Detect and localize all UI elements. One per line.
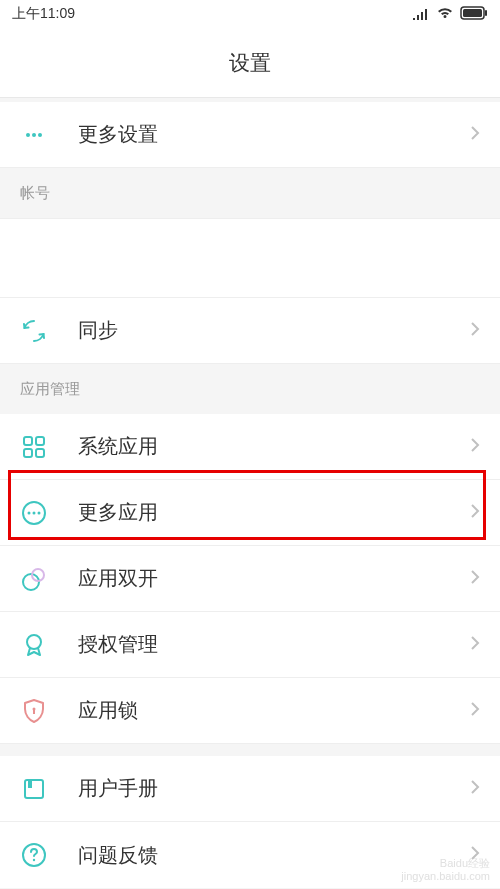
page-header: 设置 bbox=[0, 28, 500, 98]
dual-circle-icon bbox=[20, 565, 48, 593]
item-system-apps[interactable]: 系统应用 bbox=[0, 414, 500, 480]
svg-rect-9 bbox=[36, 449, 44, 457]
item-more-apps[interactable]: 更多应用 bbox=[0, 480, 500, 546]
chevron-right-icon bbox=[470, 437, 480, 457]
item-label: 授权管理 bbox=[78, 631, 470, 658]
item-app-lock[interactable]: 应用锁 bbox=[0, 678, 500, 744]
svg-rect-19 bbox=[28, 780, 32, 788]
svg-point-11 bbox=[28, 511, 31, 514]
svg-point-16 bbox=[27, 635, 41, 649]
chevron-right-icon bbox=[470, 779, 480, 799]
item-sync[interactable]: 同步 bbox=[0, 298, 500, 364]
svg-rect-18 bbox=[25, 780, 43, 798]
question-icon bbox=[20, 841, 48, 869]
chevron-right-icon bbox=[470, 635, 480, 655]
item-label: 系统应用 bbox=[78, 433, 470, 460]
book-icon bbox=[20, 775, 48, 803]
battery-icon bbox=[460, 6, 488, 23]
chevron-right-icon bbox=[470, 701, 480, 721]
status-bar: 上午11:09 bbox=[0, 0, 500, 28]
status-time: 上午11:09 bbox=[12, 5, 75, 23]
sync-icon bbox=[20, 317, 48, 345]
svg-point-13 bbox=[38, 511, 41, 514]
item-user-manual[interactable]: 用户手册 bbox=[0, 756, 500, 822]
svg-point-4 bbox=[32, 133, 36, 137]
svg-rect-1 bbox=[463, 9, 482, 17]
svg-rect-6 bbox=[24, 437, 32, 445]
chevron-right-icon bbox=[470, 125, 480, 145]
medal-icon bbox=[20, 631, 48, 659]
svg-point-21 bbox=[33, 859, 35, 861]
item-label: 用户手册 bbox=[78, 775, 470, 802]
page-title: 设置 bbox=[229, 49, 271, 77]
svg-point-3 bbox=[26, 133, 30, 137]
status-icons bbox=[412, 6, 488, 23]
chevron-right-icon bbox=[470, 321, 480, 341]
grid-icon bbox=[20, 433, 48, 461]
svg-rect-7 bbox=[36, 437, 44, 445]
item-dual-apps[interactable]: 应用双开 bbox=[0, 546, 500, 612]
shield-lock-icon bbox=[20, 697, 48, 725]
svg-point-14 bbox=[23, 574, 39, 590]
item-label: 同步 bbox=[78, 317, 470, 344]
chevron-right-icon bbox=[470, 569, 480, 589]
item-label: 应用双开 bbox=[78, 565, 470, 592]
wifi-icon bbox=[436, 6, 454, 23]
section-header-app-mgmt: 应用管理 bbox=[0, 364, 500, 414]
svg-rect-8 bbox=[24, 449, 32, 457]
item-label: 更多设置 bbox=[78, 121, 470, 148]
svg-rect-2 bbox=[485, 10, 487, 16]
chevron-right-icon bbox=[470, 503, 480, 523]
item-permissions[interactable]: 授权管理 bbox=[0, 612, 500, 678]
section-header-account: 帐号 bbox=[0, 168, 500, 218]
dots-icon bbox=[20, 121, 48, 149]
account-placeholder[interactable] bbox=[0, 218, 500, 298]
item-more-settings[interactable]: 更多设置 bbox=[0, 102, 500, 168]
item-label: 应用锁 bbox=[78, 697, 470, 724]
svg-point-12 bbox=[33, 511, 36, 514]
circle-dots-icon bbox=[20, 499, 48, 527]
signal-icon bbox=[412, 6, 430, 23]
svg-point-5 bbox=[38, 133, 42, 137]
item-label: 更多应用 bbox=[78, 499, 470, 526]
watermark: Baidu经验 jingyan.baidu.com bbox=[401, 857, 490, 883]
